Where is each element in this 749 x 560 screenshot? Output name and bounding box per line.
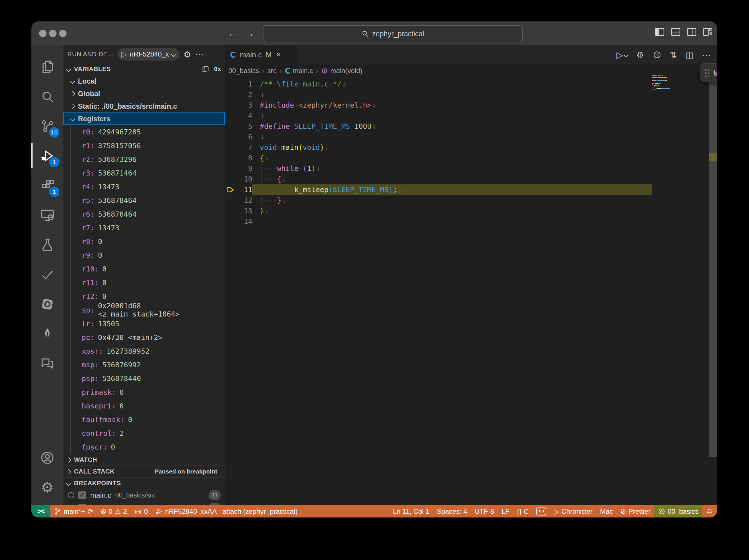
breadcrumb-item[interactable]: Cmain.c bbox=[284, 66, 313, 76]
activity-bar-item-settings[interactable]: ⚙ bbox=[31, 473, 63, 502]
toggle-primary-sidebar-icon[interactable] bbox=[655, 28, 664, 36]
traffic-light-zoom[interactable] bbox=[59, 30, 66, 37]
line-content[interactable] bbox=[252, 216, 652, 227]
code-line-14[interactable]: 14 bbox=[225, 216, 652, 227]
register-row-r5[interactable]: r5:536878464 bbox=[63, 194, 224, 207]
scope-row-global[interactable]: Global bbox=[63, 87, 224, 100]
hex-format-button[interactable]: 0x bbox=[214, 65, 221, 73]
activity-bar-item-source-control[interactable]: 16 bbox=[31, 111, 63, 141]
code-line-8[interactable]: 8{↓ bbox=[225, 153, 652, 163]
register-row-r2[interactable]: r2:536873296 bbox=[63, 152, 224, 166]
copy-value-icon[interactable] bbox=[201, 65, 210, 73]
register-row-r10[interactable]: r10:0 bbox=[63, 262, 224, 276]
register-row-r3[interactable]: r3:536871464 bbox=[63, 166, 224, 180]
code-line-2[interactable]: 2↓ bbox=[225, 89, 652, 100]
register-row-r9[interactable]: r9:0 bbox=[63, 248, 224, 262]
status-item-notifications-bell[interactable] bbox=[702, 505, 717, 517]
navigate-back-icon[interactable]: ← bbox=[228, 26, 237, 40]
code-line-10[interactable]: 10····{↓ bbox=[225, 174, 652, 185]
register-row-sp[interactable]: sp:0x20001d68 <z_main_stack+1064> bbox=[63, 303, 224, 317]
line-content[interactable]: ↓ bbox=[252, 89, 652, 100]
code-line-5[interactable]: 5#define·SLEEP_TIME_MS·100U↓ bbox=[225, 121, 652, 132]
toggle-secondary-sidebar-icon[interactable] bbox=[687, 28, 697, 36]
register-row-r11[interactable]: r11:0 bbox=[63, 276, 224, 289]
line-content[interactable]: {↓ bbox=[252, 153, 652, 163]
close-tab-icon[interactable]: × bbox=[276, 50, 281, 59]
timeline-history-icon[interactable] bbox=[653, 50, 661, 59]
run-or-debug-button[interactable]: ▷ bbox=[617, 50, 628, 60]
editor-more-actions-icon[interactable]: ⋯ bbox=[702, 50, 711, 60]
status-item-mac-env[interactable]: Mac bbox=[596, 505, 617, 517]
register-row-basepri[interactable]: basepri:0 bbox=[63, 399, 224, 413]
line-content[interactable]: ····while·(1)↓ bbox=[252, 163, 652, 174]
code-line-12[interactable]: 12····}↓ bbox=[225, 195, 652, 206]
line-content[interactable]: ····{↓ bbox=[252, 174, 652, 185]
register-row-r0[interactable]: r0:4294967285 bbox=[63, 125, 224, 139]
register-row-r7[interactable]: r7:13473 bbox=[63, 221, 224, 235]
register-row-xpsr[interactable]: xpsr:1627389952 bbox=[63, 344, 224, 358]
status-item-encoding[interactable]: UTF-8 bbox=[471, 505, 498, 517]
status-item-language-mode[interactable]: {}C bbox=[513, 505, 532, 517]
breadcrumb-item[interactable]: 00_basics bbox=[228, 67, 259, 75]
register-row-r8[interactable]: r8:0 bbox=[63, 235, 224, 248]
reset-device-button[interactable]: ↺ bbox=[711, 66, 717, 79]
code-line-3[interactable]: 3#include·<zephyr/kernel.h>↓ bbox=[225, 100, 652, 110]
code-line-11[interactable]: 11········k_msleep(SLEEP_TIME_MS);↓ bbox=[225, 185, 652, 195]
activity-bar-item-platformio[interactable] bbox=[31, 289, 63, 319]
line-content[interactable]: }↓ bbox=[252, 206, 652, 216]
breakpoints-section-header[interactable]: BREAKPOINTS bbox=[63, 477, 224, 489]
breakpoint-row-tasks-py[interactable]: ✓tasks.py00_basics37 bbox=[63, 501, 224, 505]
code-line-4[interactable]: 4↓ bbox=[225, 110, 652, 121]
status-item-prettier[interactable]: ⊘Prettier bbox=[617, 505, 654, 517]
code-area[interactable]: 1/**·\file·main.c·*/↓2↓3#include·<zephyr… bbox=[225, 77, 652, 505]
status-item-ports[interactable]: 0 bbox=[131, 505, 152, 517]
line-content[interactable]: ↓ bbox=[252, 110, 652, 121]
line-content[interactable]: #define·SLEEP_TIME_MS·100U↓ bbox=[252, 121, 652, 132]
views-more-actions-icon[interactable]: ⋯ bbox=[195, 49, 205, 59]
debug-settings-gear-icon[interactable]: ⚙ bbox=[184, 49, 191, 59]
status-item-platformio-env[interactable]: 00_basics bbox=[654, 505, 702, 517]
customize-layout-icon[interactable] bbox=[703, 28, 712, 36]
variables-section-header[interactable]: VARIABLES 0x bbox=[63, 63, 224, 75]
traffic-light-close[interactable] bbox=[39, 30, 46, 37]
register-row-primask[interactable]: primask:0 bbox=[63, 385, 224, 399]
remote-indicator[interactable]: >< bbox=[31, 505, 50, 517]
code-line-7[interactable]: 7void·main(void)↓ bbox=[225, 142, 652, 153]
activity-bar-item-remote-explorer[interactable] bbox=[31, 200, 63, 230]
vertical-scrollbar[interactable] bbox=[709, 73, 717, 457]
status-item-cursor-position[interactable]: Ln 11, Col 1 bbox=[389, 505, 433, 517]
status-item-problems[interactable]: ⊗0⚠2 bbox=[97, 505, 130, 517]
line-content[interactable]: ↓ bbox=[252, 132, 652, 142]
toolbar-drag-handle-icon[interactable] bbox=[704, 68, 709, 78]
register-row-r12[interactable]: r12:0 bbox=[63, 289, 224, 303]
activity-bar-item-account[interactable] bbox=[31, 443, 63, 473]
compare-changes-icon[interactable]: ⇅ bbox=[670, 50, 677, 60]
breakpoint-checkbox[interactable]: ✓ bbox=[78, 491, 86, 499]
register-row-faultmask[interactable]: faultmask:0 bbox=[63, 413, 224, 426]
status-item-git-branch[interactable]: main*+⟳ bbox=[50, 505, 97, 517]
navigate-forward-icon[interactable]: → bbox=[245, 26, 255, 40]
register-row-r6[interactable]: r6:536878464 bbox=[63, 207, 224, 221]
status-item-copilot[interactable] bbox=[532, 505, 550, 517]
status-item-indentation[interactable]: Spaces: 4 bbox=[433, 505, 471, 517]
code-line-1[interactable]: 1/**·\file·main.c·*/↓ bbox=[225, 79, 652, 89]
breadcrumb-item[interactable]: main(void) bbox=[321, 67, 362, 75]
register-row-r4[interactable]: r4:13473 bbox=[63, 180, 224, 194]
scope-row-local[interactable]: Local bbox=[63, 75, 224, 87]
scope-row-static-00-basics-src-main-c[interactable]: Static: ./00_basics/src/main.c bbox=[63, 100, 224, 112]
activity-bar-item-search[interactable] bbox=[31, 82, 63, 111]
status-item-chronicler[interactable]: ▷Chronicler bbox=[550, 505, 596, 517]
register-row-r1[interactable]: r1:3758157056 bbox=[63, 139, 224, 152]
register-row-psp[interactable]: psp:536878440 bbox=[63, 372, 224, 385]
breadcrumb-item[interactable]: src bbox=[268, 67, 277, 75]
status-item-eol-sequence[interactable]: LF bbox=[498, 505, 513, 517]
tab-main-c[interactable]: C main.c M × bbox=[225, 45, 297, 65]
activity-bar-item-checkmark-tool[interactable] bbox=[31, 260, 63, 289]
breakpoint-row-main-c[interactable]: ✓main.c00_basics/src11 bbox=[63, 489, 224, 501]
code-line-9[interactable]: 9····while·(1)↓ bbox=[225, 163, 652, 174]
traffic-light-minimize[interactable] bbox=[49, 30, 57, 37]
activity-bar-item-extensions[interactable]: 1 bbox=[31, 171, 63, 200]
activity-bar-item-run-and-debug[interactable]: 1 bbox=[31, 141, 63, 171]
line-content[interactable]: void·main(void)↓ bbox=[252, 142, 652, 153]
status-item-debug-target[interactable]: nRF52840_xxAA - attach (zephyr_practical… bbox=[152, 505, 301, 517]
